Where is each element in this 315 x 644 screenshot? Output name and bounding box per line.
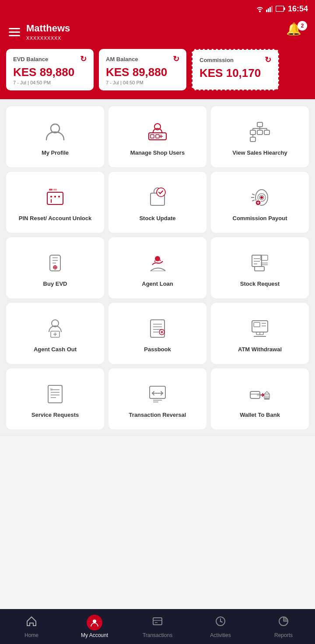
home-nav-label: Home	[24, 632, 38, 638]
menu-item-agent-loan[interactable]: Agent Loan	[108, 237, 206, 298]
evd-balance-date: 7 - Jul | 04:50 PM	[13, 80, 87, 85]
svg-rect-22	[250, 137, 256, 142]
menu-item-atm-withdrawal[interactable]: ATM Withdrawal	[211, 303, 309, 364]
wallet-to-bank-label: Wallet To Bank	[240, 412, 280, 419]
svg-rect-9	[150, 135, 154, 138]
signal-icon	[266, 5, 274, 12]
nav-my-account[interactable]: My Account	[63, 609, 126, 644]
status-time: 16:54	[288, 4, 308, 14]
pin-reset-icon	[42, 184, 68, 211]
menu-item-transaction-reversal[interactable]: Transaction Reversal	[108, 368, 206, 429]
transactions-nav-label: Transactions	[143, 632, 172, 638]
commission-refresh-icon[interactable]: ↻	[265, 55, 271, 65]
svg-line-36	[252, 194, 255, 195]
svg-rect-17	[264, 130, 270, 135]
agent-cash-out-label: Agent Cash Out	[34, 346, 77, 353]
wifi-icon	[256, 5, 264, 12]
my-profile-label: My Profile	[42, 149, 69, 157]
svg-rect-15	[250, 130, 256, 135]
menu-item-stock-request[interactable]: Stock Request	[211, 237, 309, 298]
transaction-reversal-icon	[144, 381, 171, 407]
balance-scroll: EVD Balance ↻ KES 89,880 7 - Jul | 04:50…	[6, 49, 309, 90]
manage-shop-users-label: Manage Shop Users	[130, 149, 185, 157]
evd-balance-card[interactable]: EVD Balance ↻ KES 89,880 7 - Jul | 04:50…	[6, 49, 94, 90]
transaction-reversal-label: Transaction Reversal	[129, 412, 186, 419]
svg-rect-55	[255, 267, 264, 271]
shop-users-icon	[144, 119, 171, 145]
svg-point-39	[260, 196, 263, 199]
view-sales-hierarchy-label: View Sales Hiearchy	[232, 149, 287, 157]
buy-evd-icon	[42, 250, 68, 276]
svg-point-99	[93, 620, 96, 623]
activities-nav-label: Activities	[210, 632, 231, 638]
home-icon	[25, 615, 38, 630]
app-header: Matthews xxxxxxxxxx 🔔 2	[0, 17, 315, 49]
menu-item-pin-reset[interactable]: PIN Reset/ Account Unlock	[6, 172, 104, 233]
svg-point-25	[50, 196, 52, 197]
nav-activities[interactable]: Activities	[189, 609, 252, 644]
menu-item-wallet-to-bank[interactable]: Wallet To Bank	[211, 368, 309, 429]
menu-item-stock-update[interactable]: Stock Update	[108, 172, 206, 233]
menu-item-my-profile[interactable]: My Profile	[6, 106, 104, 167]
stock-request-label: Stock Request	[240, 280, 280, 288]
hierarchy-icon	[247, 119, 273, 145]
menu-button[interactable]	[9, 28, 20, 36]
commission-balance-label: Commission ↻	[200, 55, 271, 65]
commission-balance-amount: KES 10,170	[200, 66, 271, 80]
menu-item-manage-shop-users[interactable]: Manage Shop Users	[108, 106, 206, 167]
pin-reset-label: PIN Reset/ Account Unlock	[19, 215, 91, 222]
user-name: Matthews	[26, 23, 70, 34]
svg-point-106	[220, 620, 221, 622]
svg-rect-100	[153, 618, 162, 625]
nav-transactions[interactable]: Transactions	[126, 609, 189, 644]
menu-item-buy-evd[interactable]: Buy EVD	[6, 237, 104, 298]
passbook-label: Passbook	[144, 346, 171, 353]
stock-request-icon	[247, 250, 273, 276]
menu-item-commission-payout[interactable]: Commission Payout	[211, 172, 309, 233]
am-balance-card[interactable]: AM Balance ↻ KES 89,880 7 - Jul | 04:50 …	[99, 49, 186, 90]
stock-update-icon	[144, 184, 171, 211]
balance-section: EVD Balance ↻ KES 89,880 7 - Jul | 04:50…	[0, 49, 315, 99]
svg-rect-1	[268, 8, 269, 12]
activities-icon	[214, 615, 227, 630]
am-refresh-icon[interactable]: ↻	[173, 54, 179, 64]
commission-balance-card[interactable]: Commission ↻ KES 10,170	[192, 49, 279, 90]
atm-icon	[247, 315, 273, 342]
svg-rect-6	[284, 7, 285, 10]
menu-item-service-requests[interactable]: Service Requests	[6, 368, 104, 429]
svg-rect-5	[276, 7, 280, 11]
notification-button[interactable]: 🔔 2	[286, 22, 306, 42]
my-account-nav-label: My Account	[81, 632, 108, 638]
menu-item-view-sales-hierarchy[interactable]: View Sales Hiearchy	[211, 106, 309, 167]
stock-update-label: Stock Update	[139, 215, 175, 222]
menu-item-agent-cash-out[interactable]: Agent Cash Out	[6, 303, 104, 364]
svg-rect-86	[50, 388, 52, 391]
svg-rect-24	[47, 192, 63, 204]
svg-point-26	[54, 196, 56, 197]
commission-payout-label: Commission Payout	[233, 215, 287, 222]
am-balance-label: AM Balance ↻	[106, 54, 179, 64]
svg-line-38	[252, 200, 255, 201]
nav-home[interactable]: Home	[0, 609, 63, 644]
svg-rect-81	[48, 385, 62, 403]
svg-rect-8	[149, 133, 166, 140]
atm-withdrawal-label: ATM Withdrawal	[238, 346, 282, 353]
battery-icon	[276, 6, 285, 12]
evd-balance-amount: KES 89,880	[13, 66, 87, 79]
svg-rect-75	[254, 322, 260, 327]
svg-rect-87	[150, 386, 165, 398]
agent-loan-icon	[144, 250, 171, 276]
commission-icon	[247, 184, 273, 211]
main-content: My Profile Manage Shop Users	[0, 99, 315, 436]
svg-rect-10	[156, 135, 159, 138]
notification-badge: 2	[298, 21, 307, 31]
menu-item-passbook[interactable]: Passbook	[108, 303, 206, 364]
status-bar: 16:54	[0, 0, 315, 17]
account-avatar	[87, 615, 102, 630]
account-number: xxxxxxxxxx	[26, 34, 70, 41]
evd-refresh-icon[interactable]: ↻	[80, 54, 87, 64]
service-requests-label: Service Requests	[32, 412, 79, 419]
nav-reports[interactable]: Reports	[252, 609, 315, 644]
bottom-nav: Home My Account Transactions	[0, 609, 315, 644]
svg-rect-54	[252, 255, 262, 267]
